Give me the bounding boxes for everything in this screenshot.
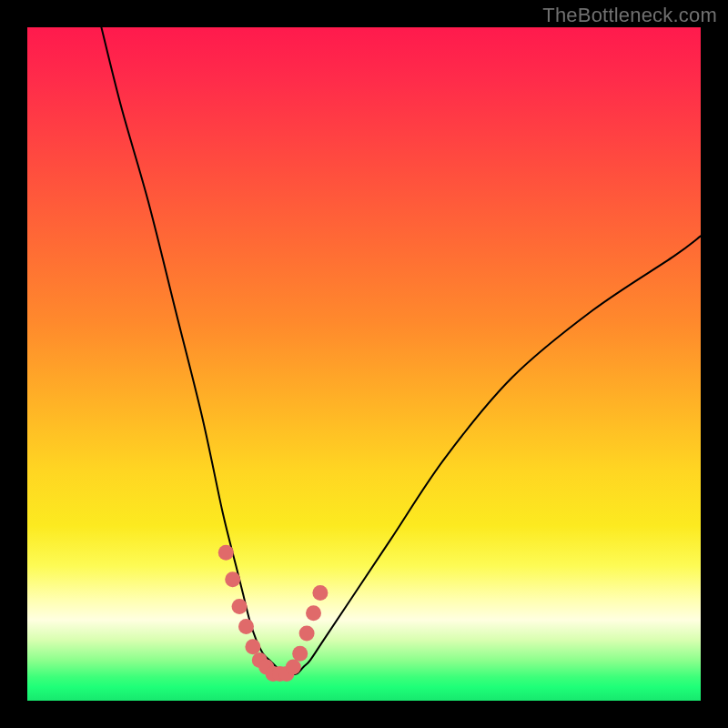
highlight-dot [299, 626, 315, 642]
bottleneck-curve [101, 27, 701, 674]
highlight-dot [286, 660, 301, 675]
highlight-dot [232, 599, 248, 614]
highlight-dot [225, 571, 240, 587]
chart-frame: TheBottleneck.com [0, 0, 728, 728]
highlight-dot [238, 619, 254, 634]
plot-area [27, 27, 701, 701]
highlight-band [218, 545, 329, 682]
highlight-dot [218, 545, 234, 561]
highlight-dot [312, 585, 328, 601]
highlight-dot [292, 646, 308, 662]
watermark-text: TheBottleneck.com [542, 4, 717, 27]
plot-svg [27, 27, 701, 701]
highlight-dot [306, 605, 321, 621]
highlight-dot [245, 639, 260, 654]
